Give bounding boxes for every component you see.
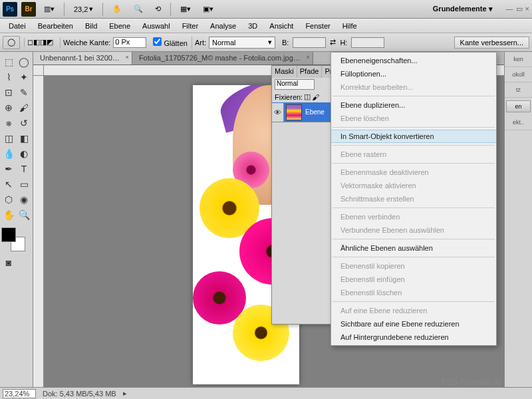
workspace-selector[interactable]: Grundelemente ▾ [429, 5, 497, 13]
3d-camera-icon[interactable]: ◉ [17, 192, 31, 207]
blur-tool-icon[interactable]: 💧 [1, 146, 16, 161]
path-tool-icon[interactable]: ↖ [1, 177, 16, 192]
ctx-item[interactable]: Sichtbare auf eine Ebene reduzieren [331, 317, 496, 331]
view-mode-dropdown[interactable]: ▥▾ [40, 3, 59, 16]
zoom-percentage-field[interactable]: 23,24% [3, 389, 36, 398]
ctx-item: Ebenen verbinden [331, 210, 496, 223]
panel-collapsed-1[interactable]: ken [505, 52, 532, 67]
3d-tool-icon[interactable]: ⬡ [1, 192, 16, 207]
lasso-tool-icon[interactable]: ⌇ [1, 70, 16, 84]
lock-transparency-icon[interactable]: ◫ [304, 92, 311, 101]
ps-logo-icon[interactable]: Ps [3, 2, 17, 17]
ruler-vertical[interactable] [33, 76, 44, 387]
layer-row[interactable]: 👁 Ebene [272, 102, 331, 122]
style-select[interactable]: Normal▾ [209, 37, 275, 49]
layer-name[interactable]: Ebene [304, 108, 325, 116]
panel-collapsed-3[interactable]: tz [505, 82, 532, 98]
dodge-tool-icon[interactable]: ◐ [17, 146, 31, 161]
anti-alias-checkbox[interactable]: Glätten [153, 37, 188, 47]
ctx-item[interactable]: Auf Hintergrundebene reduzieren [331, 331, 496, 344]
ctx-item: Schnittmaske erstellen [331, 192, 496, 205]
menu-bar: Datei Bearbeiten Bild Ebene Auswahl Filt… [0, 19, 532, 33]
hand-tool-icon[interactable]: ✋ [108, 3, 126, 16]
foreground-color[interactable] [1, 227, 16, 242]
app-header: Ps Br ▥▾ 23,2 ▾ ✋ 🔍 ⟲ ▦▾ ▣▾ Grundelement… [0, 0, 532, 19]
layer-thumbnail[interactable] [286, 104, 302, 120]
panel-tab-masks[interactable]: Maski [272, 66, 297, 78]
doc-size-label: Dok: 5,43 MB/5,43 MB [43, 390, 116, 398]
hand-tool-icon[interactable]: ✋ [1, 207, 16, 222]
tool-palette: ⬚ ◯ ⌇ ✦ ⊡ ✎ ⊕ 🖌 ⎈ ↺ ◫ ◧ 💧 ◐ ✒ T ↖ ▭ ⬡ ◉ … [0, 52, 33, 387]
history-brush-icon[interactable]: ↺ [17, 116, 31, 130]
height-label: H: [340, 39, 347, 47]
pen-tool-icon[interactable]: ✒ [1, 162, 16, 176]
zoom-tool-icon[interactable]: 🔍 [130, 3, 147, 16]
menu-datei[interactable]: Datei [3, 20, 32, 32]
panel-tab-paths[interactable]: Pfade [297, 66, 323, 78]
br-logo-icon[interactable]: Br [21, 2, 36, 17]
status-bar: 23,24% Dok: 5,43 MB/5,43 MB ▸ [0, 387, 532, 399]
menu-fenster[interactable]: Fenster [299, 20, 336, 32]
crop-tool-icon[interactable]: ⊡ [1, 85, 16, 100]
ctx-item[interactable]: Ähnliche Ebenen auswählen [331, 241, 496, 255]
zoom-level-field[interactable]: 23,2 ▾ [70, 3, 97, 16]
blend-mode-select[interactable]: Normal [275, 79, 315, 90]
menu-bild[interactable]: Bild [79, 20, 103, 32]
marquee-shape-icon[interactable]: ◯ [3, 36, 20, 49]
eyedropper-tool-icon[interactable]: ✎ [17, 85, 31, 100]
panel-button-1[interactable]: en [506, 100, 531, 112]
ctx-item: Auf eine Ebene reduzieren [331, 304, 496, 317]
menu-filter[interactable]: Filter [176, 20, 204, 32]
visibility-toggle-icon[interactable]: 👁 [272, 103, 284, 122]
menu-auswahl[interactable]: Auswahl [136, 20, 176, 32]
quickmask-icon[interactable]: ◙ [1, 255, 16, 270]
wand-tool-icon[interactable]: ✦ [17, 70, 31, 84]
panel-collapsed-2[interactable]: okoll [505, 67, 532, 82]
status-arrow-icon[interactable]: ▸ [123, 389, 127, 398]
menu-3d[interactable]: 3D [242, 20, 263, 32]
gradient-tool-icon[interactable]: ◧ [17, 131, 31, 146]
brush-tool-icon[interactable]: 🖌 [17, 100, 31, 115]
arrange-docs-dropdown[interactable]: ▦▾ [176, 3, 195, 16]
ctx-item[interactable]: Fülloptionen... [331, 67, 496, 80]
lock-label: Fixieren: [275, 93, 303, 101]
color-swatches[interactable] [1, 227, 25, 251]
ctx-item: Ebene löschen [331, 112, 496, 125]
layers-panel[interactable]: Maski Pfade Pro Normal Fixieren: ◫ 🖌 👁 E… [271, 65, 331, 325]
tab-document-2[interactable]: Fotolia_11705726_M© mashe - Fotolia.com.… [132, 52, 313, 65]
menu-analyse[interactable]: Analyse [204, 20, 242, 32]
feather-input[interactable]: 0 Px [113, 37, 146, 48]
refine-edge-button[interactable]: Kante verbessern... [454, 37, 529, 49]
move-tool-icon[interactable]: ⬚ [1, 55, 16, 69]
maximize-icon[interactable]: ▭ [516, 5, 523, 13]
menu-ebene[interactable]: Ebene [103, 20, 136, 32]
ctx-item: Ebenenmaske deaktivieren [331, 166, 496, 179]
eraser-tool-icon[interactable]: ◫ [1, 131, 16, 146]
zoom-tool-icon[interactable]: 🔍 [17, 207, 31, 222]
screen-mode-dropdown[interactable]: ▣▾ [199, 3, 217, 16]
tab-document-1[interactable]: Unbenannt-1 bei 3200…× [33, 52, 132, 65]
stamp-tool-icon[interactable]: ⎈ [1, 116, 16, 130]
menu-bearbeiten[interactable]: Bearbeiten [32, 20, 79, 32]
lock-pixels-icon[interactable]: 🖌 [312, 93, 319, 101]
ctx-item[interactable]: Ebeneneigenschaften... [331, 54, 496, 67]
selection-mode-icons[interactable]: ◻◧◨◩ [27, 38, 53, 47]
tab-close-icon[interactable]: × [307, 54, 310, 61]
close-icon[interactable]: × [525, 5, 529, 13]
menu-hilfe[interactable]: Hilfe [336, 20, 363, 32]
rotate-view-icon[interactable]: ⟲ [151, 3, 165, 16]
ctx-item[interactable]: Ebene duplizieren... [331, 98, 496, 112]
marquee-tool-icon[interactable]: ◯ [17, 55, 31, 69]
ctx-item: Ebenenstil löschen [331, 286, 496, 299]
minimize-icon[interactable]: — [506, 5, 513, 13]
ctx-item[interactable]: In Smart-Objekt konvertieren [331, 130, 496, 143]
style-label: Art: [195, 39, 206, 47]
feather-label: Weiche Kante: [63, 39, 110, 47]
panel-collapsed-4[interactable]: ekt.. [505, 115, 532, 130]
height-input [351, 37, 384, 48]
menu-ansicht[interactable]: Ansicht [263, 20, 299, 32]
tab-close-icon[interactable]: × [126, 54, 129, 61]
shape-tool-icon[interactable]: ▭ [17, 177, 31, 192]
heal-tool-icon[interactable]: ⊕ [1, 100, 16, 115]
type-tool-icon[interactable]: T [17, 162, 31, 176]
